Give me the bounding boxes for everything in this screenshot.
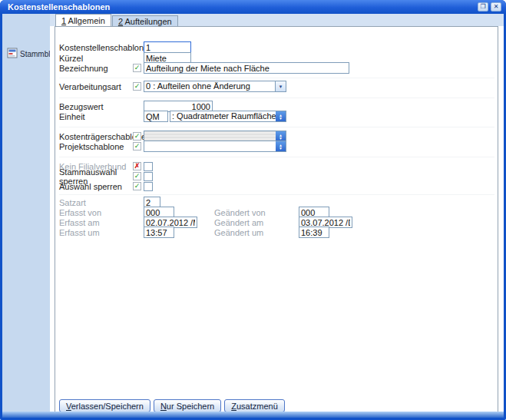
- tab-strip: 1 Allgemein 2 Aufteilungen: [50, 14, 504, 26]
- auswahl-sperren-label: Auswahl sperren: [59, 182, 133, 191]
- tab-allgemein[interactable]: 1 Allgemein: [55, 14, 111, 26]
- einheit-code-input[interactable]: [144, 111, 168, 122]
- chevron-down-icon[interactable]: ▼: [275, 81, 286, 91]
- app-window: Kostenstellenschablonen ❐ ✕ Stammblatt 1…: [0, 0, 506, 420]
- row-verarbeitungsart: Verarbeitungsart ✓ 0 : Aufteilen ohne Än…: [59, 81, 286, 92]
- edit-check-icon: ✓: [133, 182, 141, 190]
- projektschablone-select[interactable]: ▲▼: [144, 141, 286, 152]
- sidebar: Stammblatt: [2, 14, 50, 418]
- kostenstellenschablone-input[interactable]: [144, 41, 191, 53]
- window-title: Kostenstellenschablonen: [8, 0, 475, 14]
- row-auswahl-sperren: Auswahl sperren ✓: [59, 180, 153, 192]
- stammblatt-icon: [7, 48, 18, 60]
- einheit-label: Einheit: [59, 112, 144, 121]
- erfasst-am-label: Erfasst am: [59, 218, 144, 227]
- row-geaendert-um: Geändert um: [214, 227, 329, 238]
- row-erfasst-um: Erfasst um: [59, 227, 174, 238]
- bottom-gradient-bar: [2, 412, 504, 418]
- row-einheit: Einheit : Quadratmeter Raumfläche ▲▼: [59, 111, 286, 122]
- close-icon[interactable]: ✕: [491, 2, 501, 12]
- maximize-icon[interactable]: ❐: [478, 2, 488, 12]
- kostentraegerschablone-label: Kostenträgerschablone: [59, 132, 133, 141]
- edit-check-icon: ✓: [133, 82, 141, 91]
- nur-speichern-button[interactable]: Nur Speichern: [154, 399, 221, 412]
- verarbeitungsart-select[interactable]: 0 : Aufteilen ohne Änderung ▼: [144, 81, 286, 92]
- geaendert-von-label: Geändert von: [214, 208, 299, 217]
- spinner-icon[interactable]: ▲▼: [276, 111, 286, 121]
- kein-filialverbund-checkbox[interactable]: [144, 162, 153, 171]
- row-projektschablone: Projektschablone ✓ ▲▼: [59, 141, 286, 152]
- auswahl-sperren-checkbox[interactable]: [144, 182, 153, 191]
- bezeichnung-input[interactable]: [144, 62, 349, 74]
- stammauswahl-sperren-checkbox[interactable]: [144, 172, 153, 181]
- satzart-label: Satzart: [59, 198, 144, 207]
- verlassen-speichern-button[interactable]: Verlassen/Speichern: [59, 399, 150, 412]
- einheit-select[interactable]: : Quadratmeter Raumfläche ▲▼: [170, 111, 286, 122]
- row-bezeichnung: Bezeichnung ✓: [59, 62, 349, 74]
- window-body: Stammblatt 1 Allgemein 2 Aufteilungen Ko…: [2, 14, 504, 418]
- erfasst-um-label: Erfasst um: [59, 228, 144, 237]
- zusatzmenue-button[interactable]: Zusatzmenü: [224, 399, 285, 412]
- locked-cross-icon: ✗: [133, 162, 141, 170]
- projektschablone-label: Projektschablone: [59, 142, 133, 151]
- edit-check-icon: ✓: [133, 132, 141, 141]
- kostenstellenschablone-label: Kostenstellenschablone: [59, 43, 144, 52]
- divider: [59, 98, 494, 98]
- tabpage-allgemein: Kostenstellenschablone Kürzel Bezeichnun…: [55, 26, 498, 412]
- bezugswert-label: Bezugswert: [59, 102, 144, 111]
- bezeichnung-label: Bezeichnung: [59, 64, 133, 73]
- divider: [59, 157, 494, 157]
- erfasst-um-input[interactable]: [144, 227, 174, 238]
- button-bar: Verlassen/Speichern Nur Speichern Zusatz…: [59, 399, 285, 412]
- erfasst-von-label: Erfasst von: [59, 208, 144, 217]
- geaendert-am-label: Geändert am: [214, 218, 299, 227]
- edit-check-icon: ✓: [133, 64, 141, 72]
- geaendert-um-label: Geändert um: [214, 228, 299, 237]
- row-kostenstellenschablone: Kostenstellenschablone: [59, 41, 191, 53]
- divider: [59, 194, 494, 195]
- spinner-icon[interactable]: ▲▼: [276, 141, 286, 151]
- verarbeitungsart-label: Verarbeitungsart: [59, 82, 133, 91]
- titlebar[interactable]: Kostenstellenschablonen ❐ ✕: [0, 0, 506, 14]
- divider: [59, 78, 494, 78]
- edit-check-icon: ✓: [133, 172, 141, 180]
- tab-aufteilungen[interactable]: 2 Aufteilungen: [112, 15, 178, 26]
- kuerzel-label: Kürzel: [59, 54, 144, 63]
- geaendert-um-input[interactable]: [299, 227, 329, 238]
- main-area: 1 Allgemein 2 Aufteilungen Kostenstellen…: [50, 14, 504, 418]
- edit-check-icon: ✓: [133, 142, 141, 150]
- divider: [59, 127, 494, 127]
